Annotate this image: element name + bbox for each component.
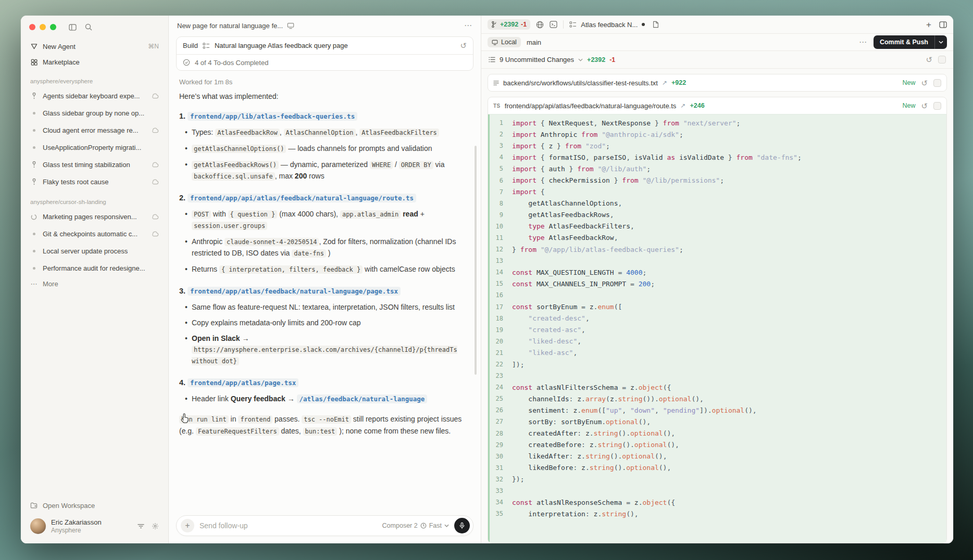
discard-file-icon[interactable]: ↺: [921, 79, 928, 87]
file-path-chip[interactable]: frontend/app/atlas/feedback/natural-lang…: [188, 287, 401, 296]
local-chip[interactable]: Local: [488, 37, 521, 47]
minimize-window-button[interactable]: [40, 24, 46, 30]
inline-code: AtlasFeedbackRow: [215, 129, 280, 137]
split-panel-icon[interactable]: [939, 21, 947, 28]
search-icon[interactable]: [85, 23, 92, 31]
file-path-chip[interactable]: frontend/app/api/atlas/feedback/natural-…: [188, 194, 416, 202]
code-line: 34const atlasNlResponseSchema = z.object…: [488, 497, 946, 508]
line-number: 2: [488, 131, 512, 138]
speed-label: Fast: [429, 522, 442, 529]
cloud-icon: [152, 93, 159, 99]
line-number: 15: [488, 280, 512, 287]
inline-code: getAtlasChannelOptions(): [192, 145, 286, 153]
model-selector[interactable]: Composer 2 Fast: [382, 522, 449, 529]
file-path-chip[interactable]: /atlas/feedback/natural-language: [297, 394, 428, 403]
dot-icon: [30, 146, 38, 149]
discard-file-icon[interactable]: ↺: [921, 102, 928, 110]
diff-stats-chip[interactable]: +2392 -1: [488, 19, 530, 30]
build-title: Natural language Atlas feedback query pa…: [215, 42, 348, 49]
build-task-card[interactable]: Build Natural language Atlas feedback qu…: [176, 36, 473, 71]
code-line: 31 likedBefore: z.string().optional(),: [488, 462, 946, 474]
line-number: 24: [488, 384, 512, 391]
commit-push-button[interactable]: Commit & Push: [874, 35, 947, 49]
speed-gauge-icon: [420, 523, 427, 529]
inline-code: FeatureRequestFilters: [196, 427, 279, 436]
file-card-header[interactable]: TS frontend/app/api/atlas/feedback/natur…: [488, 97, 946, 114]
globe-icon[interactable]: [536, 21, 544, 29]
code-line: 11 type AtlasFeedbackRow,: [488, 232, 946, 244]
pin-icon: [30, 92, 38, 100]
chat-menu-icon[interactable]: ⋯: [464, 21, 472, 30]
sidebar-sections: anysphere/everysphereAgents sidebar keyb…: [26, 70, 163, 276]
line-number: 12: [488, 246, 512, 253]
stage-all-checkbox[interactable]: [938, 56, 946, 63]
chat-section-heading: 2.frontend/app/api/atlas/feedback/natura…: [179, 192, 470, 204]
code-line: 23: [488, 370, 946, 381]
sidebar-item-open-workspace[interactable]: Open Workspace: [26, 498, 163, 513]
inline-code: claude-sonnet-4-20250514: [224, 238, 319, 246]
line-number: 32: [488, 476, 512, 483]
sidebar-item[interactable]: Glass sidebar group by none op...: [26, 105, 163, 122]
sidebar-item[interactable]: Marketing pages responsiven...: [26, 208, 163, 225]
new-tab-plus-icon[interactable]: +: [926, 20, 931, 29]
user-profile[interactable]: Eric Zakariasson Anysphere: [26, 513, 163, 541]
bullet-list: Types: AtlasFeedbackRow, AtlasChannelOpt…: [179, 127, 470, 182]
sidebar-item[interactable]: Glass test timing stabilization: [26, 156, 163, 173]
cloud-icon: [152, 128, 159, 133]
stage-file-checkbox[interactable]: [933, 102, 941, 110]
followup-input[interactable]: + Send follow-up Composer 2 Fast: [176, 515, 473, 536]
editor-topbar: +2392 -1 Atlas feedback N... +: [481, 16, 953, 33]
uncommitted-changes-row[interactable]: 9 Uncommitted Changes +2392 -1 ↺: [481, 51, 953, 69]
open-file-icon[interactable]: ↗: [662, 79, 667, 86]
file-path-chip[interactable]: frontend/app/atlas/page.tsx: [188, 378, 298, 387]
code-line: 35 interpretation: z.string(),: [488, 508, 946, 519]
dot-icon: [30, 250, 38, 252]
close-window-button[interactable]: [29, 24, 35, 30]
code-diff-view[interactable]: 1import { NextRequest, NextResponse } fr…: [488, 114, 946, 543]
chat-scrollbar[interactable]: [475, 146, 477, 375]
terminal-icon[interactable]: [550, 21, 557, 28]
attach-plus-icon[interactable]: +: [181, 519, 194, 532]
chevron-down-icon: [444, 524, 449, 527]
tab-atlas-feedback[interactable]: Atlas feedback N...: [569, 21, 645, 29]
dot-icon: [30, 233, 38, 235]
mic-icon: [459, 522, 465, 529]
sidebar-item[interactable]: Agents sidebar keyboard expe...: [26, 87, 163, 105]
sidebar-item[interactable]: Local server update process: [26, 243, 163, 260]
stage-file-checkbox[interactable]: [933, 79, 941, 87]
sidebar-item[interactable]: Git & checkpoints automatic c...: [26, 225, 163, 243]
branch-name[interactable]: main: [527, 39, 541, 46]
sidebar-item[interactable]: Flaky tests root cause: [26, 173, 163, 190]
changes-added: +2392: [587, 56, 605, 63]
zoom-window-button[interactable]: [50, 24, 56, 30]
line-number: 13: [488, 257, 512, 264]
file-path-chip[interactable]: frontend/app/lib/atlas-feedback-queries.…: [188, 112, 357, 121]
filter-sort-icon[interactable]: [138, 524, 144, 529]
file-card-classifier-results[interactable]: backend/src/workflows/utils/classifier-t…: [488, 74, 947, 92]
settings-gear-icon[interactable]: [152, 523, 159, 530]
chat-section-heading: 1.frontend/app/lib/atlas-feedback-querie…: [179, 110, 470, 122]
sidebar-item-marketplace[interactable]: Marketplace: [26, 54, 163, 70]
line-number: 1: [488, 119, 512, 126]
todos-row[interactable]: 4 of 4 To-dos Completed: [177, 54, 473, 70]
sidebar-section-title: anysphere/cursor-sh-landing: [30, 199, 159, 205]
toggle-sidebar-icon[interactable]: [69, 24, 77, 31]
revert-icon[interactable]: ↺: [460, 41, 467, 50]
commit-options-chevron[interactable]: [934, 35, 947, 49]
sidebar-item[interactable]: Cloud agent error message re...: [26, 122, 163, 139]
line-number: 25: [488, 395, 512, 402]
copy-file-icon[interactable]: [653, 21, 659, 28]
sidebar-item-new-agent[interactable]: New Agent ⌘N: [26, 39, 163, 54]
sidebar-section-title: anysphere/everysphere: [30, 78, 159, 84]
code-line: 1import { NextRequest, NextResponse } fr…: [488, 117, 946, 129]
mic-button[interactable]: [454, 518, 470, 533]
sidebar-item[interactable]: Performance audit for redesigne...: [26, 260, 163, 276]
bullet-list: Same flow as feature-request NL: textare…: [179, 302, 470, 367]
discard-all-icon[interactable]: ↺: [926, 56, 932, 63]
cloud-icon: [152, 162, 159, 168]
open-file-icon[interactable]: ↗: [680, 102, 685, 109]
sidebar-item[interactable]: UseApplicationProperty migrati...: [26, 139, 163, 156]
file-path: frontend/app/api/atlas/feedback/natural-…: [505, 102, 677, 110]
sidebar-item-more[interactable]: ⋯ More: [26, 276, 163, 291]
branch-menu-icon[interactable]: ⋯: [859, 37, 867, 47]
